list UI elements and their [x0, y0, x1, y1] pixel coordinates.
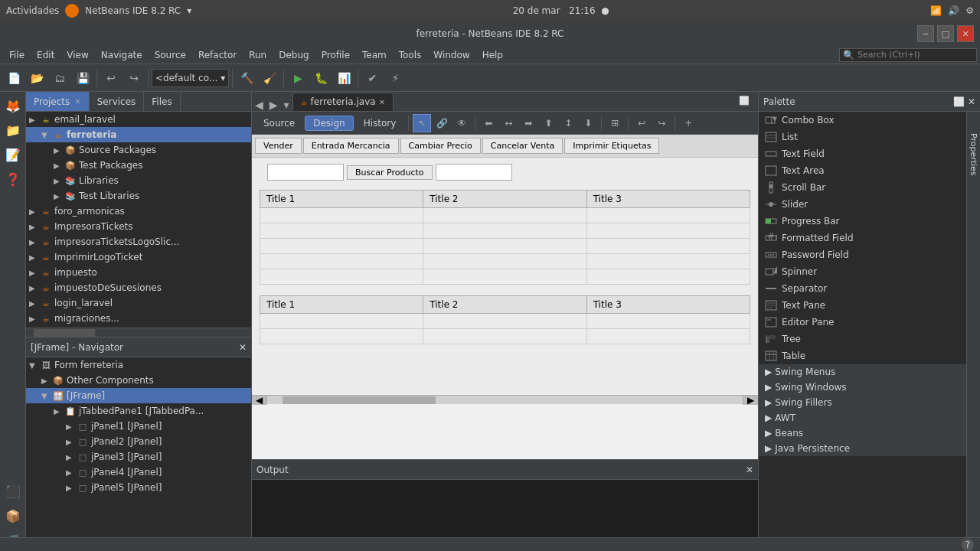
menu-navigate[interactable]: Navigate: [95, 48, 149, 62]
project-tree[interactable]: ▶ ☕ email_laravel ▼ ☕ ferreteria ▶ 📦 Sou…: [26, 112, 251, 328]
palette-item-table[interactable]: Table: [759, 347, 966, 364]
tree-item-imprimir[interactable]: ▶ ☕ ImprimirLogoTicket: [26, 249, 251, 265]
help-icon[interactable]: ❓: [2, 168, 24, 190]
undo-design-button[interactable]: ↩: [632, 114, 651, 132]
tree-item-login[interactable]: ▶ ☕ login_laravel: [26, 295, 251, 311]
open-project-button[interactable]: 📂: [26, 67, 47, 89]
menu-tools[interactable]: Tools: [393, 48, 428, 62]
palette-item-editorpane[interactable]: Editor Pane: [759, 314, 966, 331]
nav-item-jframe[interactable]: ▼ 🪟 [JFrame]: [26, 388, 251, 403]
open-file-button[interactable]: 🗂: [49, 67, 70, 89]
align-left-button[interactable]: ⬅: [479, 114, 498, 132]
output-close[interactable]: ✕: [746, 465, 753, 475]
palette-item-progressbar[interactable]: Progress Bar: [759, 213, 966, 230]
palette-category-swing-menus[interactable]: ▶ Swing Menus: [759, 364, 966, 380]
form-hscrollbar[interactable]: ◀ ▶: [252, 395, 758, 404]
debug-button[interactable]: 🐛: [310, 67, 332, 89]
align-top-button[interactable]: ⬆: [539, 114, 557, 132]
nav-item-jpanel5[interactable]: ▶ □ jPanel5 [JPanel]: [26, 480, 251, 495]
select-button[interactable]: ↖: [413, 114, 431, 132]
activities-menu[interactable]: Actividades: [6, 5, 59, 16]
tree-item-impresora2[interactable]: ▶ ☕ impresoraTicketsLogoSlic...: [26, 234, 251, 249]
menu-file[interactable]: File: [3, 48, 31, 62]
firefox-icon[interactable]: 🦊: [2, 95, 24, 116]
source-tab[interactable]: Source: [255, 116, 303, 131]
tree-item-foro[interactable]: ▶ ☕ foro_armonicas: [26, 204, 251, 219]
menu-profile[interactable]: Profile: [315, 48, 356, 62]
menu-refactor[interactable]: Refactor: [192, 48, 243, 62]
properties-side-tab[interactable]: Properties: [966, 112, 980, 551]
menu-run[interactable]: Run: [243, 48, 273, 62]
table-row[interactable]: [260, 254, 750, 269]
tree-item-libraries[interactable]: ▶ 📚 Libraries: [26, 173, 251, 188]
table-row[interactable]: [260, 269, 750, 285]
tree-item-impresora[interactable]: ▶ ☕ ImpresoraTickets: [26, 219, 251, 234]
palette-category-swing-fillers[interactable]: ▶ Swing Fillers: [759, 395, 966, 410]
clean-build-button[interactable]: 🧹: [259, 67, 280, 89]
tree-item-test-packages[interactable]: ▶ 📦 Test Packages: [26, 158, 251, 173]
cambiar-precio-button[interactable]: Cambiar Precio: [400, 138, 481, 154]
tree-item-email-laravel[interactable]: ▶ ☕ email_laravel: [26, 112, 251, 127]
projects-tab-close[interactable]: ✕: [74, 97, 80, 106]
redo-design-button[interactable]: ↪: [652, 114, 671, 132]
tree-item-migraciones[interactable]: ▶ ☕ migraciones...: [26, 311, 251, 326]
table-row[interactable]: [260, 208, 750, 223]
menu-help[interactable]: Help: [476, 48, 509, 62]
app-dropdown[interactable]: ▾: [187, 5, 191, 16]
scroll-right-button[interactable]: ▶: [743, 396, 758, 405]
menu-view[interactable]: View: [60, 48, 94, 62]
palette-category-beans[interactable]: ▶ Beans: [759, 425, 966, 441]
redo-button[interactable]: ↪: [123, 67, 145, 89]
profile-button[interactable]: 📊: [333, 67, 354, 89]
imprimir-button[interactable]: Imprimir Etiquetas: [564, 138, 659, 154]
palette-expand-button[interactable]: ⬜: [953, 96, 965, 107]
search-field-1[interactable]: [267, 164, 344, 181]
menu-debug[interactable]: Debug: [273, 48, 315, 62]
tree-hscrollbar[interactable]: [26, 328, 251, 337]
palette-item-formattedfield[interactable]: ## Formatted Field: [759, 230, 966, 246]
palette-item-scrollbar[interactable]: Scroll Bar: [759, 179, 966, 196]
palette-item-spinner[interactable]: ▲▼ Spinner: [759, 263, 966, 280]
projects-tab[interactable]: Projects ✕: [26, 92, 90, 111]
apply-button[interactable]: ⚡: [384, 67, 406, 89]
align-center-h-button[interactable]: ↔: [499, 114, 518, 132]
nav-item-jtabbed[interactable]: ▶ 📋 jTabbedPane1 [JTabbedPa...: [26, 403, 251, 419]
editor-tab-close[interactable]: ✕: [379, 98, 385, 106]
align-bottom-button[interactable]: ⬇: [579, 114, 597, 132]
nav-back-button[interactable]: ◀: [252, 99, 266, 111]
search-field-2[interactable]: [436, 164, 512, 181]
table-row[interactable]: [260, 223, 750, 239]
nav-item-jpanel1[interactable]: ▶ □ jPanel1 [JPanel]: [26, 419, 251, 434]
palette-item-list[interactable]: List: [759, 129, 966, 145]
history-tab[interactable]: History: [355, 116, 405, 131]
tree-item-test-libraries[interactable]: ▶ 📚 Test Libraries: [26, 188, 251, 204]
buscar-producto-button[interactable]: Buscar Producto: [347, 165, 433, 180]
preview-button[interactable]: 👁: [452, 114, 471, 132]
nav-forward-button[interactable]: ▶: [266, 99, 281, 111]
terminal-icon[interactable]: ⬛: [2, 481, 24, 502]
maximize-button[interactable]: □: [937, 25, 954, 42]
palette-item-combobox[interactable]: ▾ Combo Box: [759, 112, 966, 129]
config-dropdown[interactable]: <default co... ▾: [152, 69, 229, 87]
test-button[interactable]: ✔: [361, 67, 383, 89]
palette-category-swing-windows[interactable]: ▶ Swing Windows: [759, 380, 966, 395]
undo-button[interactable]: ↩: [100, 67, 122, 89]
run-button[interactable]: ▶: [287, 67, 309, 89]
palette-category-java-persistence[interactable]: ▶ Java Persistence: [759, 441, 966, 456]
nav-item-jpanel2[interactable]: ▶ □ jPanel2 [JPanel]: [26, 434, 251, 449]
align-right-button[interactable]: ➡: [519, 114, 537, 132]
palette-category-awt[interactable]: ▶ AWT: [759, 410, 966, 425]
align-center-v-button[interactable]: ↕: [559, 114, 577, 132]
add-component-button[interactable]: +: [679, 114, 697, 132]
build-button[interactable]: 🔨: [236, 67, 257, 89]
search-box[interactable]: 🔍 Search (Ctrl+I): [839, 48, 977, 62]
tree-item-source-packages[interactable]: ▶ 📦 Source Packages: [26, 142, 251, 158]
table-row[interactable]: [260, 239, 750, 254]
nav-dropdown-button[interactable]: ▾: [281, 99, 292, 111]
folder-icon[interactable]: 📁: [2, 119, 24, 141]
close-button[interactable]: ✕: [957, 25, 974, 42]
palette-close[interactable]: ✕: [968, 96, 975, 107]
properties-tab-label[interactable]: Properties: [967, 127, 980, 182]
tree-item-ferreteria[interactable]: ▼ ☕ ferreteria: [26, 127, 251, 142]
entrada-button[interactable]: Entrada Mercancia: [303, 138, 399, 154]
